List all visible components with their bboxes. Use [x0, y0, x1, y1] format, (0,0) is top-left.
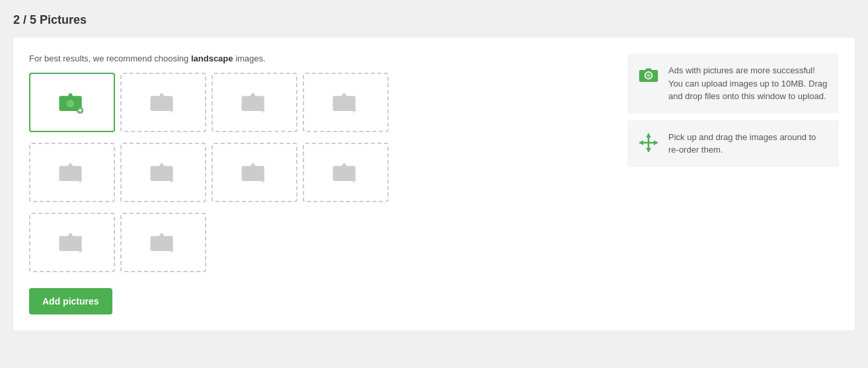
- photo-slot-3[interactable]: [212, 73, 297, 132]
- svg-marker-44: [639, 140, 643, 145]
- info-card-reorder: Pick up and drag the images around to re…: [627, 120, 839, 167]
- camera-icon-8: [331, 158, 360, 187]
- camera-icon-9: [58, 228, 87, 257]
- photo-grid-row2: [29, 143, 612, 202]
- svg-point-7: [67, 101, 73, 106]
- camera-icon-6: [149, 158, 178, 187]
- main-card: For best results, we recommend choosing …: [13, 38, 855, 330]
- svg-marker-42: [646, 133, 651, 137]
- photo-grid-row3: [29, 213, 612, 272]
- left-section: For best results, we recommend choosing …: [29, 54, 612, 314]
- photo-slot-6[interactable]: [120, 143, 206, 202]
- photo-slot-2[interactable]: [120, 73, 206, 132]
- reorder-info-text: Pick up and drag the images around to re…: [668, 131, 828, 157]
- upload-info-text: Ads with pictures are more successful! Y…: [668, 64, 828, 103]
- svg-point-39: [647, 73, 650, 77]
- photo-slot-10[interactable]: [120, 213, 206, 272]
- camera-icon-3: [240, 88, 269, 117]
- info-card-upload: Ads with pictures are more successful! Y…: [627, 54, 839, 114]
- photo-slot-5[interactable]: [29, 143, 115, 202]
- camera-add-icon: [58, 88, 87, 117]
- photo-slot-9[interactable]: [29, 213, 115, 272]
- photo-slot-7[interactable]: [212, 143, 297, 202]
- camera-icon-10: [149, 228, 178, 257]
- photo-slot-4[interactable]: [303, 73, 389, 132]
- photo-grid-row1: [29, 73, 612, 132]
- move-icon: [638, 132, 659, 153]
- svg-marker-43: [646, 148, 651, 152]
- upload-camera-icon: [638, 65, 659, 87]
- recommendation-text: For best results, we recommend choosing …: [29, 54, 612, 63]
- photo-slot-1[interactable]: [29, 73, 115, 132]
- camera-icon-4: [331, 88, 360, 117]
- page-title: 2 / 5 Pictures: [13, 13, 855, 27]
- add-pictures-button[interactable]: Add pictures: [29, 288, 112, 314]
- camera-icon-5: [58, 158, 87, 187]
- photo-slot-8[interactable]: [303, 143, 389, 202]
- right-section: Ads with pictures are more successful! Y…: [627, 54, 839, 314]
- camera-icon-7: [240, 158, 269, 187]
- svg-marker-45: [654, 140, 658, 145]
- camera-icon-2: [149, 88, 178, 117]
